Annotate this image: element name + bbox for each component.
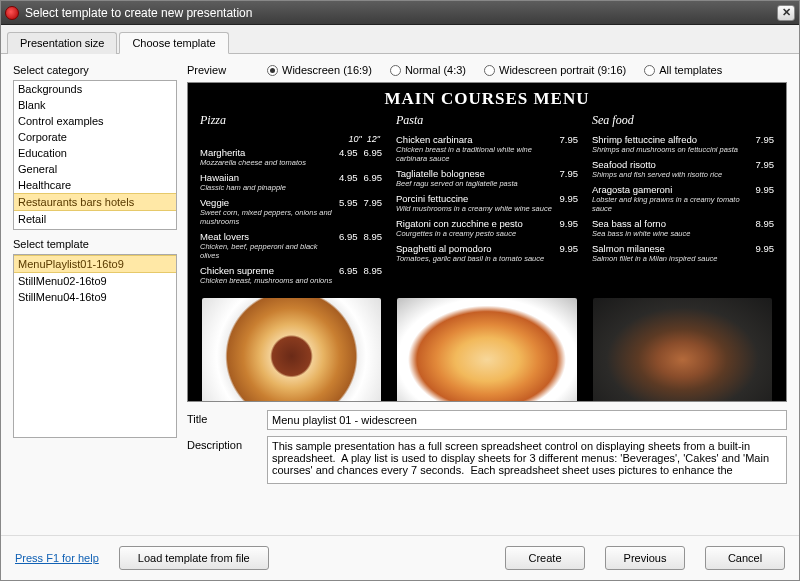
photo-pizza [202, 298, 381, 402]
tab-presentation-size[interactable]: Presentation size [7, 32, 117, 54]
description-textarea[interactable] [267, 436, 787, 484]
menu-photos [188, 290, 786, 402]
dialog-body: Select category BackgroundsBlankControl … [1, 54, 799, 535]
select-category-label: Select category [13, 64, 177, 76]
category-item[interactable]: Education [14, 145, 176, 161]
menu-item: Chicken supremeChicken breast, mushrooms… [200, 265, 382, 285]
menu-columns: Pizza 10" 12" MargheritaMozzarella chees… [188, 113, 786, 290]
menu-item: Spaghetti al pomodoroTomatoes, garlic an… [396, 243, 578, 263]
category-item[interactable]: General [14, 161, 176, 177]
template-item[interactable]: MenuPlaylist01-16to9 [14, 255, 176, 273]
radio-normal[interactable]: Normal (4:3) [390, 64, 466, 76]
create-button[interactable]: Create [505, 546, 585, 570]
radio-icon [390, 65, 401, 76]
template-item[interactable]: StillMenu02-16to9 [14, 273, 176, 289]
menu-item: Sea bass al fornoSea bass in white wine … [592, 218, 774, 238]
radio-label: Widescreen (16:9) [282, 64, 372, 76]
close-button[interactable]: ✕ [777, 5, 795, 21]
menu-col-pasta: Pasta Chicken carbinaraChicken breast in… [396, 113, 578, 290]
aspect-options: Widescreen (16:9) Normal (4:3) Widescree… [267, 64, 787, 76]
select-template-label: Select template [13, 238, 177, 250]
radio-label: Widescreen portrait (9:16) [499, 64, 626, 76]
window-title: Select template to create new presentati… [25, 6, 777, 20]
dialog-window: Select template to create new presentati… [0, 0, 800, 581]
menu-col-seafood: Sea food Shrimp fettuccine alfredoShrimp… [592, 113, 774, 290]
preview-label: Preview [187, 64, 267, 76]
menu-col-pizza: Pizza 10" 12" MargheritaMozzarella chees… [200, 113, 382, 290]
right-column: Preview Widescreen (16:9) Normal (4:3) W… [187, 64, 787, 529]
tab-choose-template[interactable]: Choose template [119, 32, 228, 54]
radio-icon [644, 65, 655, 76]
radio-label: Normal (4:3) [405, 64, 466, 76]
description-label: Description [187, 436, 257, 451]
size-a: 10" [349, 134, 362, 144]
section-title: Pizza [200, 113, 382, 128]
preview-pane: MAIN COURSES MENU Pizza 10" 12" Margheri… [187, 82, 787, 402]
size-header: 10" 12" [200, 134, 382, 144]
title-input[interactable] [267, 410, 787, 430]
menu-item: HawaiianClassic ham and pinapple4.956.95 [200, 172, 382, 192]
template-item[interactable]: StillMenu04-16to9 [14, 289, 176, 305]
menu-item: Rigatoni con zucchine e pestoCourgettes … [396, 218, 578, 238]
title-label: Title [187, 410, 257, 425]
menu-item: Tagliatelle bologneseBeef ragu served on… [396, 168, 578, 188]
section-title: Sea food [592, 113, 774, 128]
help-link[interactable]: Press F1 for help [15, 552, 99, 564]
category-item[interactable]: Healthcare [14, 177, 176, 193]
menu-item: Porcini fettuccineWild mushrooms in a cr… [396, 193, 578, 213]
app-icon [5, 6, 19, 20]
size-b: 12" [367, 134, 380, 144]
template-meta: Title Description [187, 410, 787, 484]
category-listbox[interactable]: BackgroundsBlankControl examplesCorporat… [13, 80, 177, 230]
preview-options-row: Preview Widescreen (16:9) Normal (4:3) W… [187, 64, 787, 76]
template-listbox[interactable]: MenuPlaylist01-16to9StillMenu02-16to9Sti… [13, 254, 177, 438]
left-column: Select category BackgroundsBlankControl … [13, 64, 177, 529]
cancel-button[interactable]: Cancel [705, 546, 785, 570]
photo-seafood [593, 298, 772, 402]
category-item[interactable]: Backgrounds [14, 81, 176, 97]
titlebar: Select template to create new presentati… [1, 1, 799, 25]
tab-bar: Presentation size Choose template [1, 25, 799, 54]
category-item[interactable]: Restaurants bars hotels [14, 193, 176, 211]
category-item[interactable]: Corporate [14, 129, 176, 145]
category-item[interactable]: Retail [14, 211, 176, 227]
load-template-button[interactable]: Load template from file [119, 546, 269, 570]
menu-item: Meat loversChicken, beef, pepperoni and … [200, 231, 382, 260]
menu-item: Salmon milaneseSalmon fillet in a Milan … [592, 243, 774, 263]
radio-icon [484, 65, 495, 76]
radio-icon [267, 65, 278, 76]
menu-item: Seafood risottoShimps and fish served wi… [592, 159, 774, 179]
previous-button[interactable]: Previous [605, 546, 685, 570]
section-title: Pasta [396, 113, 578, 128]
menu-item: Shrimp fettuccine alfredoShrimps and mus… [592, 134, 774, 154]
menu-item: Chicken carbinaraChicken breast in a tra… [396, 134, 578, 163]
dialog-footer: Press F1 for help Load template from fil… [1, 535, 799, 580]
radio-portrait[interactable]: Widescreen portrait (9:16) [484, 64, 626, 76]
category-item[interactable]: Blank [14, 97, 176, 113]
menu-item: Aragosta gameroniLobster and king prawns… [592, 184, 774, 213]
menu-item: MargheritaMozzarella cheese and tomatos4… [200, 147, 382, 167]
photo-pasta [397, 298, 576, 402]
radio-all[interactable]: All templates [644, 64, 722, 76]
radio-label: All templates [659, 64, 722, 76]
menu-item: VeggieSweet corn, mixed peppers, onions … [200, 197, 382, 226]
category-item[interactable]: Control examples [14, 113, 176, 129]
radio-widescreen[interactable]: Widescreen (16:9) [267, 64, 372, 76]
menu-heading: MAIN COURSES MENU [188, 89, 786, 109]
